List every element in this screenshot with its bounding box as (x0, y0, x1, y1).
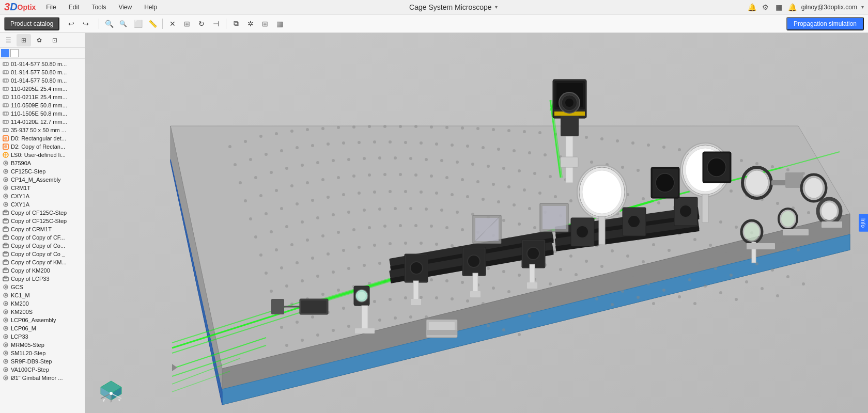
tree-item[interactable]: 114-0120E 12.7 mm... (0, 118, 85, 126)
undo-button[interactable]: ↩ (65, 17, 78, 30)
propagation-simulation-button[interactable]: Propagation simulation (786, 17, 864, 30)
tree-item[interactable]: B7590A (0, 159, 85, 167)
svg-point-197 (657, 201, 660, 204)
toolbar: Product catalog ↩ ↪ 🔍 🔍- ⬜ 📏 ✕ ⊞ ↻ ⊣ ⧉ ✲… (0, 14, 868, 33)
menu-file[interactable]: File (44, 3, 58, 12)
user-chevron-icon[interactable]: ▾ (861, 4, 864, 10)
view-options-button[interactable]: ▦ (273, 17, 286, 30)
grid-toggle-button[interactable]: ⊞ (258, 17, 272, 30)
notifications-icon[interactable]: 🔔 (748, 3, 757, 12)
svg-point-30 (4, 145, 7, 148)
tree-item[interactable]: SR9F-DB9-Step (0, 357, 85, 366)
tree-item[interactable]: 01-914-577 50.80 m... (0, 60, 85, 68)
tree-item[interactable]: 01-914-577 50.80 m... (0, 76, 85, 85)
menu-view[interactable]: View (116, 3, 134, 12)
tree-item[interactable]: Copy of Copy of Co _ (0, 250, 85, 258)
tree-item[interactable]: Copy of LCP33 (0, 275, 85, 283)
rotate-button[interactable]: ↻ (195, 17, 208, 30)
mirror-button[interactable]: ⊣ (209, 17, 223, 30)
tree-item[interactable]: LCP06_M (0, 324, 85, 332)
svg-point-320 (399, 224, 402, 227)
menu-tools[interactable]: Tools (89, 3, 108, 12)
tree-item[interactable]: Ø1" Gimbal Mirror ... (0, 374, 85, 382)
menu-edit[interactable]: Edit (67, 3, 82, 12)
rays-button[interactable]: ✲ (244, 17, 257, 30)
svg-point-418 (435, 296, 438, 299)
viewport[interactable]: User view (85, 33, 868, 413)
copy-button[interactable]: ⧉ (229, 17, 243, 30)
svg-point-336 (647, 282, 650, 285)
tree-item[interactable]: D0: Rectangular det... (0, 134, 85, 142)
tree-item[interactable]: GCS (0, 283, 85, 291)
svg-point-137 (311, 144, 314, 147)
tree-item[interactable]: KC1_M (0, 291, 85, 299)
tree-item[interactable]: SM1L20-Step (0, 349, 85, 357)
sidebar-tab-info[interactable]: ⊡ (48, 34, 62, 46)
tree-item[interactable]: Copy of KM200 (0, 266, 85, 275)
tree-item[interactable]: LCP06_Assembly (0, 316, 85, 324)
navigation-cube[interactable]: x y z (96, 372, 127, 403)
tree-item[interactable]: Copy of Copy of Co... (0, 242, 85, 250)
redo-button[interactable]: ↪ (79, 17, 92, 30)
snap-button[interactable]: ⊞ (180, 17, 194, 30)
tree-item-icon (2, 102, 9, 109)
sidebar-tab-list[interactable]: ☰ (1, 34, 16, 46)
tree-item[interactable]: Copy of Copy of CF... (0, 233, 85, 242)
menu-help[interactable]: Help (142, 3, 159, 12)
svg-point-372 (363, 264, 366, 267)
svg-point-365 (652, 302, 655, 305)
tree-item[interactable]: 35-937 50 x 50 mm ... (0, 126, 85, 134)
tree-item[interactable]: LCP33 (0, 332, 85, 341)
tree-item[interactable]: D2: Copy of Rectan... (0, 142, 85, 151)
svg-point-224 (507, 185, 510, 188)
tree-item[interactable]: KM200S (0, 308, 85, 316)
svg-point-273 (699, 261, 702, 264)
tree-item[interactable]: 110-0205E 25.4 mm... (0, 85, 85, 93)
svg-point-212 (321, 178, 324, 181)
svg-point-512 (746, 170, 768, 195)
tree-item[interactable]: 110-0509E 50.8 mm... (0, 101, 85, 109)
svg-point-474 (527, 247, 539, 260)
sidebar-tab-tree[interactable]: ⊞ (17, 34, 31, 46)
bell-icon[interactable]: 🔔 (788, 3, 797, 12)
tree-item[interactable]: CRM1T (0, 184, 85, 192)
info-panel-tab[interactable]: Info (859, 214, 868, 232)
grid-icon[interactable]: ▦ (774, 3, 784, 12)
tree-item[interactable]: Copy of CF125C-Step (0, 217, 85, 225)
fit-view-button[interactable]: ⬜ (131, 17, 145, 30)
svg-point-352 (451, 244, 454, 247)
tree-item[interactable]: MRM05-Step (0, 341, 85, 349)
product-catalog-button[interactable]: Product catalog (4, 17, 59, 30)
tree-item-label: Copy of CF125C-Step (11, 210, 67, 216)
tree-item[interactable]: Copy of CRM1T (0, 225, 85, 233)
zoom-out-button[interactable]: 🔍- (117, 17, 130, 30)
tree-item[interactable]: CP14_M_Assembly (0, 176, 85, 184)
svg-point-432 (394, 316, 397, 320)
svg-point-393 (337, 289, 340, 292)
svg-point-388 (611, 303, 614, 306)
tree-item-label: CXY1A (11, 193, 29, 199)
tree-item[interactable]: 110-0211E 25.4 mm... (0, 93, 85, 101)
zoom-in-button[interactable]: 🔍 (102, 17, 116, 30)
tree-item[interactable]: Copy of CF125C-Step (0, 209, 85, 217)
svg-point-222 (476, 180, 479, 183)
tree-item[interactable]: Copy of Copy of KM... (0, 258, 85, 266)
tree-item[interactable]: CXY1A (0, 192, 85, 200)
tree-item[interactable]: LS0: User-defined li... (0, 151, 85, 159)
tree-item[interactable]: 110-1505E 50.8 mm... (0, 109, 85, 118)
tree-item[interactable]: CF125C-Step (0, 167, 85, 176)
title-chevron-icon[interactable]: ▾ (495, 4, 498, 10)
tree-item[interactable]: KM200 (0, 299, 85, 308)
tree-item[interactable]: VA100CP-Step (0, 366, 85, 374)
view-btn-2[interactable] (10, 49, 19, 57)
tree-item-icon (2, 333, 9, 340)
tree-item[interactable]: CXY1A (0, 200, 85, 209)
view-btn-1[interactable] (1, 49, 9, 57)
svg-point-190 (549, 175, 552, 178)
select-button[interactable]: ✕ (166, 17, 179, 30)
measure-button[interactable]: 📏 (146, 17, 159, 30)
sidebar-tab-settings[interactable]: ✿ (32, 34, 47, 46)
tree-item[interactable]: 01-914-577 50.80 m... (0, 68, 85, 76)
svg-point-349 (404, 242, 407, 245)
settings-icon[interactable]: ⚙ (761, 3, 770, 12)
